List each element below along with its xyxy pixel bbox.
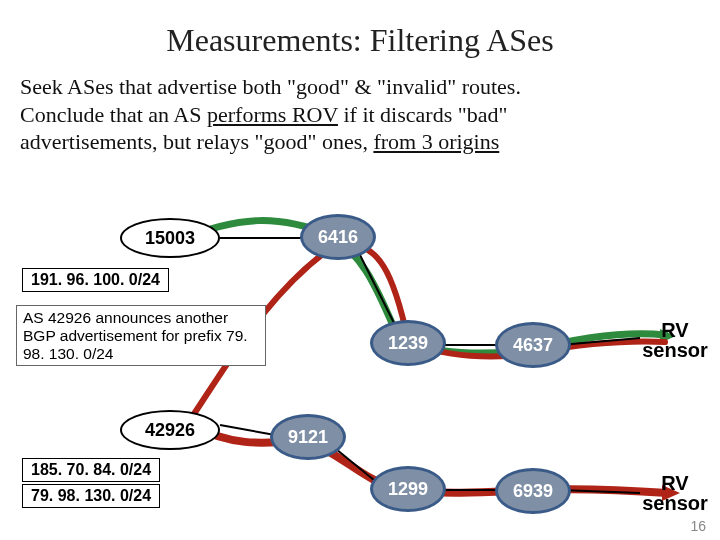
svg-line-6 — [220, 425, 275, 435]
as-node-1239: 1239 — [370, 320, 446, 366]
body-line1: Seek ASes that advertise both "good" & "… — [20, 74, 521, 99]
as-node-42926: 42926 — [120, 410, 220, 450]
body-line2b: if it discards "bad" — [338, 102, 507, 127]
diagram-canvas: 15003 6416 1239 4637 42926 9121 1299 693… — [0, 200, 720, 520]
prefix-box-185: 185. 70. 84. 0/24 — [22, 458, 160, 482]
slide-title: Measurements: Filtering ASes — [0, 0, 720, 59]
rv-sensor-top: RV sensor — [636, 320, 714, 360]
prefix-box-79: 79. 98. 130. 0/24 — [22, 484, 160, 508]
body-line2a: Conclude that an AS — [20, 102, 207, 127]
body-line2-underline: performs ROV — [207, 102, 338, 127]
as-node-1299: 1299 — [370, 466, 446, 512]
body-line3a: advertisements, but relays "good" ones, — [20, 129, 373, 154]
as-node-6416: 6416 — [300, 214, 376, 260]
as-node-15003: 15003 — [120, 218, 220, 258]
svg-line-3 — [360, 255, 395, 325]
prefix-box-191: 191. 96. 100. 0/24 — [22, 268, 169, 292]
annotation-box: AS 42926 announces another BGP advertise… — [16, 305, 266, 366]
as-node-4637: 4637 — [495, 322, 571, 368]
as-node-9121: 9121 — [270, 414, 346, 460]
slide-body: Seek ASes that advertise both "good" & "… — [0, 59, 720, 156]
body-line3-underline: from 3 origins — [373, 129, 499, 154]
as-node-6939: 6939 — [495, 468, 571, 514]
rv-sensor-bottom: RV sensor — [636, 473, 714, 513]
page-number: 16 — [690, 518, 706, 534]
